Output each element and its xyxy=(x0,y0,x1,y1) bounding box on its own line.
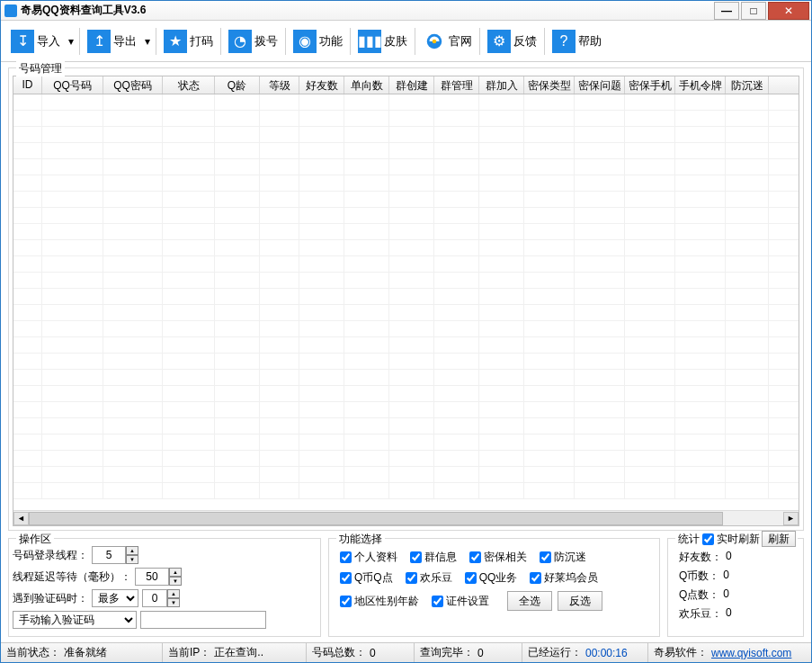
export-icon: ↥ xyxy=(87,30,111,53)
captcha-extra-input[interactable] xyxy=(140,611,266,629)
column-header[interactable]: Q龄 xyxy=(215,76,260,94)
manual-captcha-select[interactable]: 手动输入验证码 xyxy=(13,611,137,629)
site-label: 官网 xyxy=(449,33,472,49)
captcha-down[interactable]: ▼ xyxy=(167,598,180,607)
svg-point-1 xyxy=(433,39,437,43)
delay-label: 线程延迟等待（毫秒）： xyxy=(13,569,131,585)
scroll-thumb[interactable] xyxy=(29,512,723,525)
star-icon: ★ xyxy=(164,30,187,53)
func-checkbox-label: 个人资料 xyxy=(354,550,397,565)
func-checkbox[interactable]: 密保相关 xyxy=(469,550,527,565)
export-dropdown[interactable]: ▾ xyxy=(142,35,153,48)
table-row xyxy=(13,370,799,386)
app-icon xyxy=(4,4,17,17)
dama-button[interactable]: ★ 打码 xyxy=(159,26,218,57)
ops-group-label: 操作区 xyxy=(16,532,54,547)
column-header[interactable]: ID xyxy=(13,76,42,94)
help-button[interactable]: ? 帮助 xyxy=(548,26,606,57)
captcha-count-input[interactable] xyxy=(142,589,167,607)
column-header[interactable]: QQ密码 xyxy=(103,76,163,94)
column-header[interactable]: 防沉迷 xyxy=(726,76,769,94)
column-header[interactable]: 密保类型 xyxy=(524,76,575,94)
column-header[interactable]: 群加入 xyxy=(479,76,524,94)
dama-label: 打码 xyxy=(190,33,213,49)
func-checkbox[interactable]: 好莱坞会员 xyxy=(530,570,598,586)
table-row xyxy=(13,386,799,402)
status-runtime-value: 00:00:16 xyxy=(585,647,628,659)
invert-selection-button[interactable]: 反选 xyxy=(558,591,602,611)
toolbar: ↧ 导入 ▾ ↥ 导出 ▾ ★ 打码 ◔ 拨号 ◉ 功能 xyxy=(1,21,811,62)
captcha-up[interactable]: ▲ xyxy=(167,589,180,598)
func-checkbox[interactable]: QQ业务 xyxy=(465,570,518,586)
func-checkbox[interactable]: 个人资料 xyxy=(340,550,397,565)
threads-input[interactable] xyxy=(92,546,126,564)
site-button[interactable]: 官网 xyxy=(418,26,477,57)
func-checkbox-label: 密保相关 xyxy=(484,550,527,565)
ops-panel: 操作区 号码登录线程： ▲▼ 线程延迟等待（毫秒）： ▲▼ 遇 xyxy=(8,538,321,637)
func-panel: 功能选择 个人资料群信息密保相关防沉迷Q币Q点欢乐豆QQ业务好莱坞会员地区性别年… xyxy=(328,538,660,637)
column-header[interactable]: 群管理 xyxy=(434,76,479,94)
titlebar: 奇易QQ资料查询工具V3.6 — □ ✕ xyxy=(1,1,811,21)
data-table[interactable]: IDQQ号码QQ密码状态Q龄等级好友数单向数群创建群管理群加入密保类型密保问题密… xyxy=(13,76,799,526)
func-checkbox[interactable]: 欢乐豆 xyxy=(406,570,452,586)
scroll-right-button[interactable]: ► xyxy=(783,512,799,525)
column-header[interactable]: 单向数 xyxy=(344,76,389,94)
import-dropdown[interactable]: ▾ xyxy=(66,35,76,48)
table-row xyxy=(13,337,799,354)
import-button[interactable]: ↧ 导入 xyxy=(6,26,65,57)
skin-label: 皮肤 xyxy=(384,33,407,49)
column-header[interactable]: 密保问题 xyxy=(575,76,625,94)
delay-down[interactable]: ▼ xyxy=(169,577,182,586)
status-soft-link[interactable]: www.qyisoft.com xyxy=(711,647,791,659)
func-button[interactable]: ◉ 功能 xyxy=(289,26,347,57)
stat-value: 0 xyxy=(723,569,729,584)
column-header[interactable]: 等级 xyxy=(260,76,299,94)
captcha-mode-select[interactable]: 最多 xyxy=(92,589,138,607)
status-done-label: 查询完毕： xyxy=(420,645,474,660)
func-checkbox-label: 好莱坞会员 xyxy=(544,570,598,586)
bars-icon: ▮▮▮ xyxy=(358,30,381,53)
feedback-button[interactable]: ⚙ 反馈 xyxy=(483,26,541,57)
column-header[interactable]: 好友数 xyxy=(299,76,344,94)
stat-label: Q币数： xyxy=(679,569,719,584)
table-group: 号码管理 IDQQ号码QQ密码状态Q龄等级好友数单向数群创建群管理群加入密保类型… xyxy=(8,67,804,531)
refresh-button[interactable]: 刷新 xyxy=(762,531,796,547)
func-checkbox[interactable]: 群信息 xyxy=(410,550,457,565)
horizontal-scrollbar[interactable]: ◄ ► xyxy=(13,510,799,525)
table-row xyxy=(13,208,799,224)
status-total-label: 号码总数： xyxy=(312,645,366,660)
threads-down[interactable]: ▼ xyxy=(126,555,138,564)
func-checkbox[interactable]: 证件设置 xyxy=(432,591,489,611)
table-row xyxy=(13,435,799,451)
column-header[interactable]: 群创建 xyxy=(389,76,434,94)
realtime-checkbox[interactable]: 实时刷新 xyxy=(702,532,760,547)
status-total-value: 0 xyxy=(370,647,376,659)
column-header[interactable]: 密保手机 xyxy=(625,76,675,94)
select-all-button[interactable]: 全选 xyxy=(507,591,552,611)
statusbar: 当前状态： 准备就绪 当前IP： 正在查询.. 号码总数： 0 查询完毕： 0 … xyxy=(1,642,811,662)
stat-label: 好友数： xyxy=(679,550,722,565)
column-header[interactable]: QQ号码 xyxy=(42,76,103,94)
func-checkbox[interactable]: 防沉迷 xyxy=(540,550,586,565)
column-header[interactable]: 状态 xyxy=(163,76,215,94)
export-button[interactable]: ↥ 导出 xyxy=(83,26,141,57)
minimize-button[interactable]: — xyxy=(714,2,739,20)
delay-up[interactable]: ▲ xyxy=(169,568,182,577)
func-checkbox-label: 证件设置 xyxy=(446,594,489,609)
status-state-label: 当前状态： xyxy=(6,645,60,660)
threads-up[interactable]: ▲ xyxy=(126,546,138,555)
delay-input[interactable] xyxy=(135,568,169,586)
func-checkbox[interactable]: 地区性别年龄 xyxy=(340,591,419,611)
table-row xyxy=(13,354,799,370)
skin-button[interactable]: ▮▮▮ 皮肤 xyxy=(353,26,412,57)
scroll-left-button[interactable]: ◄ xyxy=(13,512,29,525)
table-row xyxy=(13,256,799,273)
table-row xyxy=(13,305,799,321)
func-checkbox[interactable]: Q币Q点 xyxy=(340,570,393,586)
column-header[interactable]: 手机令牌 xyxy=(675,76,726,94)
maximize-button[interactable]: □ xyxy=(741,2,766,20)
table-row xyxy=(13,143,799,159)
table-row xyxy=(13,94,799,111)
bohao-button[interactable]: ◔ 拨号 xyxy=(224,26,282,57)
close-button[interactable]: ✕ xyxy=(768,2,809,20)
